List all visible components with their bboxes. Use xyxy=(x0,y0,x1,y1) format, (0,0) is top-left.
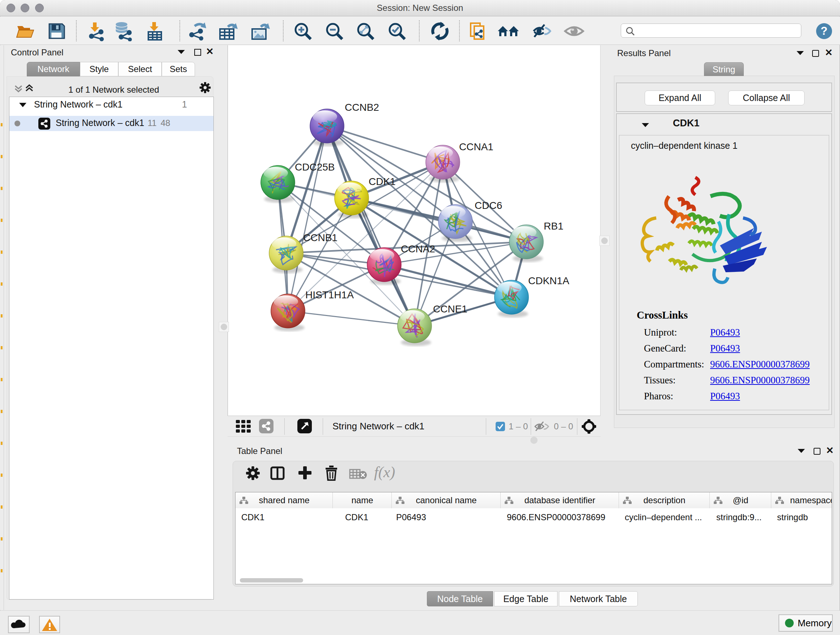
svg-text:CCNA2: CCNA2 xyxy=(401,243,435,255)
svg-text:CCNB1: CCNB1 xyxy=(303,232,338,243)
svg-text:CCNA1: CCNA1 xyxy=(459,141,493,152)
svg-text:CCNB2: CCNB2 xyxy=(345,102,379,113)
svg-text:CCNE1: CCNE1 xyxy=(433,303,467,315)
svg-text:CDKN1A: CDKN1A xyxy=(528,275,569,287)
svg-text:HIST1H1A: HIST1H1A xyxy=(305,289,354,301)
svg-text:CDC25B: CDC25B xyxy=(295,162,335,173)
svg-text:CDC6: CDC6 xyxy=(475,200,502,211)
svg-text:RB1: RB1 xyxy=(544,220,563,232)
svg-text:CDK1: CDK1 xyxy=(369,176,396,187)
